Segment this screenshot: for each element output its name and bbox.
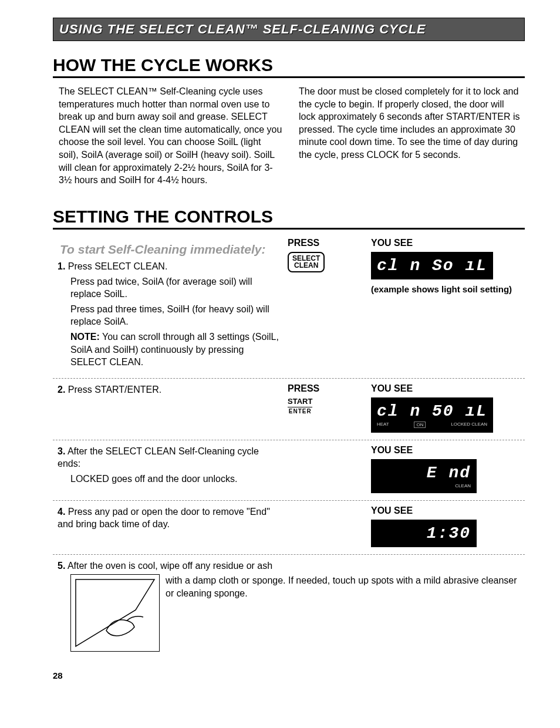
step4-lead: Press any pad or open the door to remove… xyxy=(58,507,270,530)
step3-lead: After the SELECT CLEAN Self-Cleaning cyc… xyxy=(58,446,259,469)
display-small-3: CLEAN xyxy=(377,483,471,488)
step1-lead: Press SELECT CLEAN. xyxy=(68,261,168,271)
step5-rest: with a damp cloth or sponge. If needed, … xyxy=(166,574,525,652)
step3-press-col xyxy=(288,445,364,493)
step3-number: 3. xyxy=(58,446,65,456)
yousee-label-4: YOU SEE xyxy=(371,505,525,516)
step2-lead: Press START/ENTER. xyxy=(68,385,161,395)
disp-clean: CLEAN xyxy=(455,483,471,488)
step2-press-col: PRESS START ENTER xyxy=(288,383,364,433)
disp-on: ON xyxy=(414,422,426,428)
enter-label: ENTER xyxy=(288,407,312,414)
step3-text: 3. After the SELECT CLEAN Self-Cleaning … xyxy=(53,445,281,493)
step4-yousee-col: YOU SEE 1:30 xyxy=(371,505,525,547)
display-text-1: cl n So ıL xyxy=(377,257,487,275)
step4-text: 4. Press any pad or open the door to rem… xyxy=(53,505,281,547)
step1-p2: Press pad three times, SoilH (for heavy … xyxy=(70,303,281,328)
step2-text: 2. Press START/ENTER. xyxy=(53,383,281,433)
press-label-1: PRESS xyxy=(288,238,364,248)
step4-number: 4. xyxy=(58,507,65,517)
step1-yousee-col: YOU SEE cl n So ıL (example shows light … xyxy=(371,238,525,371)
step5-lead: After the oven is cool, wipe off any res… xyxy=(68,561,272,571)
how-works-columns: The SELECT CLEAN™ Self-Cleaning cycle us… xyxy=(53,82,525,193)
display-panel-2: cl n 50 ıL HEAT ON LOCKED CLEAN xyxy=(371,397,493,433)
step1-text: To start Self-Cleaning immediately: 1. P… xyxy=(53,238,281,371)
step1-number: 1. xyxy=(58,261,65,271)
display-panel-4: 1:30 xyxy=(371,520,477,547)
how-works-col-b: The door must be closed completely for i… xyxy=(299,85,522,187)
step1-press-col: PRESS SELECT CLEAN xyxy=(288,238,364,371)
display-text-3: E nd xyxy=(377,464,471,482)
display-text-4: 1:30 xyxy=(377,524,471,542)
page-number: 28 xyxy=(53,670,525,680)
press-label-2: PRESS xyxy=(288,383,364,394)
section-banner: USING THE SELECT CLEAN™ SELF-CLEANING CY… xyxy=(53,18,525,41)
step-row-4: 4. Press any pad or open the door to rem… xyxy=(53,501,525,555)
step-row-5: 5. After the oven is cool, wipe off any … xyxy=(53,555,525,659)
yousee-label-1: YOU SEE xyxy=(371,238,525,248)
display-text-2: cl n 50 ıL xyxy=(377,402,487,420)
step4-press-col xyxy=(288,505,364,547)
subhead-start-immediately: To start Self-Cleaning immediately: xyxy=(60,241,281,258)
display-small-2: HEAT ON LOCKED CLEAN xyxy=(377,422,487,428)
disp-locked-clean: LOCKED CLEAN xyxy=(451,422,487,428)
how-works-col-a: The SELECT CLEAN™ Self-Cleaning cycle us… xyxy=(59,85,282,187)
start-enter-pad-icon: START ENTER xyxy=(288,397,312,414)
step2-number: 2. xyxy=(58,385,65,395)
wipe-oven-illustration xyxy=(70,574,160,652)
step-row-3: 3. After the SELECT CLEAN Self-Cleaning … xyxy=(53,440,525,501)
step5-number: 5. xyxy=(58,561,65,571)
disp-heat: HEAT xyxy=(377,422,389,428)
step-row-2: 2. Press START/ENTER. PRESS START ENTER … xyxy=(53,379,525,440)
yousee-label-3: YOU SEE xyxy=(371,445,525,456)
step-row-1: To start Self-Cleaning immediately: 1. P… xyxy=(53,233,525,379)
heading-how-cycle-works: HOW THE CYCLE WORKS xyxy=(53,55,525,78)
select-clean-pad-icon: SELECT CLEAN xyxy=(288,252,325,272)
display-panel-3: E nd CLEAN xyxy=(371,459,477,493)
yousee-label-2: YOU SEE xyxy=(371,383,525,394)
heading-setting-controls: SETTING THE CONTROLS xyxy=(53,207,525,230)
start-label: START xyxy=(288,397,312,406)
step1-note: NOTE: You can scroll through all 3 setti… xyxy=(70,331,281,369)
step2-yousee-col: YOU SEE cl n 50 ıL HEAT ON LOCKED CLEAN xyxy=(371,383,525,433)
step3-yousee-col: YOU SEE E nd CLEAN xyxy=(371,445,525,493)
step5-text-col: 5. After the oven is cool, wipe off any … xyxy=(53,560,525,652)
step3-p1: LOCKED goes off and the door unlocks. xyxy=(70,473,281,486)
display-caption-1: (example shows light soil setting) xyxy=(371,284,525,294)
step1-p1: Press pad twice, SoilA (for average soil… xyxy=(70,275,281,301)
pad-line2: CLEAN xyxy=(294,261,318,269)
display-panel-1: cl n So ıL xyxy=(371,252,493,279)
steps-container: To start Self-Cleaning immediately: 1. P… xyxy=(53,233,525,659)
